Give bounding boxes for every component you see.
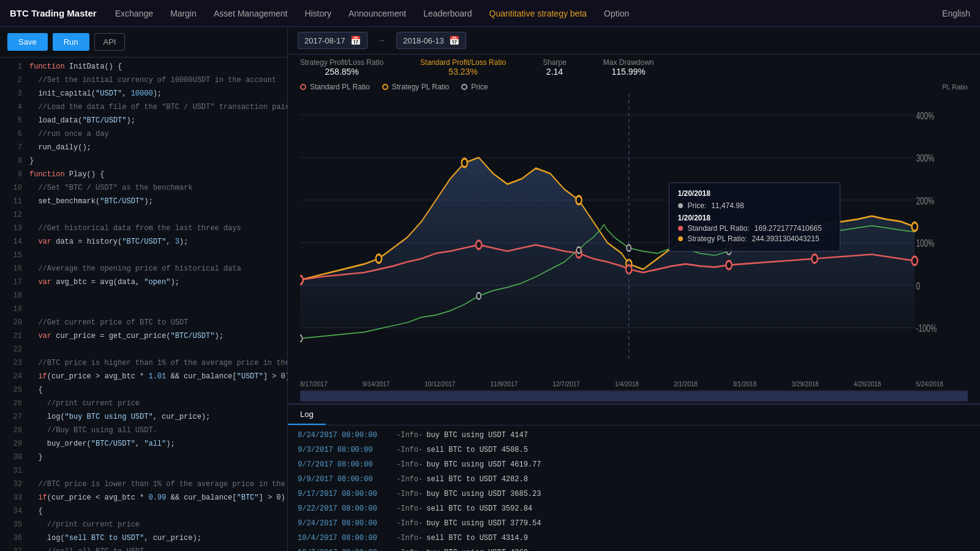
code-line: 8}: [0, 154, 287, 168]
code-line: 31: [0, 464, 287, 478]
log-tabs: Log: [288, 405, 980, 425]
editor-toolbar: Save Run API: [0, 27, 287, 58]
log-message: buy BTC using USDT 3685.23: [426, 489, 541, 500]
code-line: 24 if(cur_price > avg_btc * 1.01 && cur_…: [0, 370, 287, 383]
line-number: 7: [5, 141, 22, 154]
line-code: set_benchmark("BTC/USDT");: [29, 195, 153, 208]
log-timestamp: 8/24/2017 08:00:00: [298, 430, 393, 441]
line-code: //print current price: [29, 397, 140, 410]
code-line: 16 //Average the opening price of histor…: [0, 262, 287, 276]
nav-announcement[interactable]: Announcement: [349, 9, 406, 18]
code-line: 34 {: [0, 504, 287, 518]
line-number: 19: [5, 302, 22, 316]
x-label-1: 9/14/2017: [363, 381, 390, 388]
save-button[interactable]: Save: [7, 33, 48, 51]
svg-point-19: [812, 255, 817, 263]
stats-row: Strategy Profit/Loss Ratio 258.85% Stand…: [288, 54, 980, 80]
line-code: //Get historical data from the last thre…: [29, 222, 241, 235]
api-button[interactable]: API: [94, 33, 126, 51]
legend-price-label: Price: [471, 83, 488, 91]
language-selector[interactable]: English: [942, 9, 970, 18]
log-entry: 9/9/2017 08:00:00-Info-sell BTC to USDT …: [288, 472, 980, 487]
line-number: 33: [5, 491, 22, 504]
start-date-picker[interactable]: 2017-08-17 📅: [298, 32, 368, 49]
code-line: 6 //run once a day: [0, 127, 287, 141]
code-line: 19: [0, 302, 287, 316]
legend-standard-label: Standard PL Ratio: [310, 83, 370, 91]
line-number: 32: [5, 478, 22, 491]
main-layout: Save Run API 1function InitData() {2 //S…: [0, 27, 980, 551]
code-editor[interactable]: 1function InitData() {2 //Set the initia…: [0, 58, 287, 551]
log-level: -Info-: [396, 547, 423, 551]
log-entry: 10/4/2017 08:00:00-Info-sell BTC to USDT…: [288, 531, 980, 545]
line-code: if(cur_price < avg_btc * 0.99 && cur_bal…: [29, 491, 285, 504]
line-number: 21: [5, 329, 22, 343]
code-line: 3 init_capital("USDT", 10000);: [0, 87, 287, 100]
sharpe-value: 2.14: [543, 67, 567, 77]
nav-quant-strategy[interactable]: Quantitative strategy beta: [489, 9, 587, 18]
code-line: 17 var avg_btc = avg(data, "open");: [0, 276, 287, 289]
line-code: buy_order("BTC/USDT", "all");: [29, 437, 175, 451]
line-code: //sell all BTC to USDT: [29, 545, 144, 551]
nav-exchange[interactable]: Exchange: [115, 9, 153, 18]
nav-menu: Exchange Margin Asset Management History…: [115, 9, 630, 18]
line-code: //run once a day: [29, 127, 109, 141]
run-button[interactable]: Run: [53, 33, 89, 51]
line-code: function InitData() {: [29, 60, 122, 73]
line-number: 13: [5, 222, 22, 235]
tooltip-standard-row: Standard PL Ratio: 169.2721777410665: [678, 224, 831, 233]
code-line: 28 //Buy BTC using all USDT.: [0, 424, 287, 437]
line-code: if(cur_price > avg_btc * 1.01 && cur_bal…: [29, 370, 287, 383]
log-content[interactable]: 8/24/2017 08:00:00-Info-buy BTC using US…: [288, 425, 980, 551]
max-drawdown-label: Max Drawdown: [603, 58, 654, 67]
x-label-0: 8/17/2017: [300, 381, 328, 388]
svg-point-23: [577, 247, 581, 253]
line-code: log("buy BTC using USDT", cur_price);: [29, 410, 210, 424]
max-drawdown-stat: Max Drawdown 115.99%: [603, 58, 654, 77]
line-code: {: [29, 383, 43, 397]
strategy-pl-stat: Strategy Profit/Loss Ratio 258.85%: [300, 58, 383, 77]
navbar: BTC Trading Master Exchange Margin Asset…: [0, 0, 980, 27]
code-line: 26 //print current price: [0, 397, 287, 410]
line-code: init_capital("USDT", 10000);: [29, 87, 162, 100]
scroll-handle[interactable]: [300, 391, 968, 401]
line-number: 30: [5, 451, 22, 464]
line-number: 1: [5, 60, 22, 73]
line-number: 18: [5, 289, 22, 302]
code-line: 27 log("buy BTC using USDT", cur_price);: [0, 410, 287, 424]
nav-leaderboard[interactable]: Leaderboard: [423, 9, 472, 18]
chart-area[interactable]: 400% 300% 200% 100% 0 -100% 8/17/2017 9/…: [288, 94, 980, 389]
line-number: 9: [5, 168, 22, 181]
legend-strategy: Strategy PL Ratio: [382, 83, 450, 91]
code-line: 20 //Get current price of BTC to USDT: [0, 316, 287, 329]
log-timestamp: 9/3/2017 08:00:00: [298, 444, 393, 455]
nav-margin[interactable]: Margin: [170, 9, 197, 18]
nav-history[interactable]: History: [304, 9, 331, 18]
log-tab[interactable]: Log: [288, 405, 326, 425]
nav-option[interactable]: Option: [604, 9, 629, 18]
log-entry: 10/7/2017 08:00:00-Info-buy BTC using US…: [288, 545, 980, 551]
log-entry: 8/24/2017 08:00:00-Info-buy BTC using US…: [288, 428, 980, 443]
x-label-8: 3/29/2018: [791, 381, 819, 388]
code-line: 33 if(cur_price < avg_btc * 0.99 && cur_…: [0, 491, 287, 504]
code-line: 4 //Load the data file of the "BTC / USD…: [0, 100, 287, 114]
log-message: buy BTC using USDT 4147: [426, 430, 528, 441]
line-code: run_daily();: [29, 141, 91, 154]
end-date-picker[interactable]: 2018-06-13 📅: [396, 32, 466, 49]
svg-text:0: 0: [916, 280, 920, 292]
standard-pl-label: Standard Profit/Loss Ratio: [420, 58, 506, 67]
log-message: buy BTC using USDT 4369: [426, 547, 528, 551]
log-timestamp: 9/7/2017 08:00:00: [298, 459, 393, 470]
code-line: 37 //sell all BTC to USDT: [0, 545, 287, 551]
line-number: 11: [5, 195, 22, 208]
log-level: -Info-: [396, 444, 423, 455]
chart-scrollbar[interactable]: [300, 390, 968, 402]
svg-point-21: [300, 335, 303, 342]
line-number: 35: [5, 518, 22, 531]
line-number: 3: [5, 87, 22, 100]
chart-legend: Standard PL Ratio Strategy PL Ratio Pric…: [288, 80, 980, 94]
nav-asset-management[interactable]: Asset Management: [214, 9, 288, 18]
end-date-value: 2018-06-13: [403, 36, 444, 45]
code-line: 12: [0, 208, 287, 222]
chart-container: 2017-08-17 📅 — 2018-06-13 📅 Strategy Pro…: [288, 27, 980, 404]
